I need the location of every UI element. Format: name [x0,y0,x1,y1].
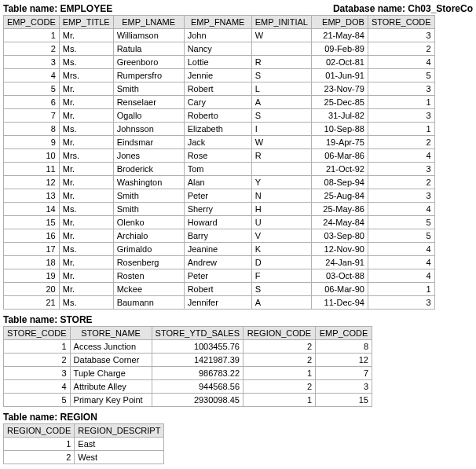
cell: Broderick [113,163,184,176]
cell: 03-Sep-80 [311,229,368,243]
table-row: 3Ms.GreenboroLottieR02-Oct-814 [4,56,435,69]
cell: Ms. [59,56,113,69]
cell: Andrew [184,256,251,269]
cell: 1 [243,367,316,380]
cell: 3 [368,163,434,176]
cell: 7 [4,109,60,123]
table-row: 9Mr.EindsmarJackW19-Apr-752 [4,136,435,149]
cell: 4 [4,380,71,394]
cell: Mckee [113,283,184,296]
cell: 19 [4,269,60,283]
cell: Olenko [113,216,184,229]
cell: 12 [316,354,372,367]
cell: 1 [368,96,434,109]
cell: 3 [368,29,434,42]
cell: Mr. [59,163,113,176]
cell: 17 [4,243,60,256]
cell: S [251,283,311,296]
cell: 5 [4,82,60,96]
cell: Mr. [59,29,113,42]
cell: 2 [4,42,60,56]
col-header: REGION_DESCRIPT [75,424,164,438]
database-label: Database name: Ch03_StoreCo [333,3,473,14]
cell: 9 [4,136,60,149]
cell: Lottie [184,56,251,69]
cell: Smith [113,82,184,96]
cell: 31-Jul-82 [311,109,368,123]
cell: 3 [368,109,434,123]
cell: F [251,269,311,283]
cell: East [75,438,164,451]
cell: Mr. [59,136,113,149]
col-header: REGION_CODE [4,424,75,438]
cell: 8 [316,340,372,354]
cell: 21-May-84 [311,29,368,42]
cell [251,42,311,56]
table-row: 6Mr.RenselaerCaryA25-Dec-851 [4,96,435,109]
table-row: 15Mr.OlenkoHowardU24-May-845 [4,216,435,229]
table-row: 10Mrs.JonesRoseR06-Mar-864 [4,149,435,163]
cell: 25-May-86 [311,203,368,216]
cell: 08-Sep-94 [311,176,368,189]
cell: 1 [368,123,434,136]
cell: Rose [184,149,251,163]
cell: 5 [368,69,434,82]
table-row: 5Primary Key Point2930098.45115 [4,394,372,407]
cell [251,163,311,176]
cell: Jennie [184,69,251,82]
cell: Mr. [59,109,113,123]
table-row: 11Mr.BroderickTom21-Oct-923 [4,163,435,176]
cell: 6 [4,96,60,109]
cell: Tuple Charge [70,367,152,380]
cell: 18 [4,256,60,269]
cell: Robert [184,82,251,96]
cell: Peter [184,269,251,283]
cell: 15 [316,394,372,407]
cell: 5 [4,394,71,407]
cell: 10 [4,149,60,163]
cell: 1 [4,438,75,451]
cell: 944568.56 [152,380,243,394]
cell: 1 [368,283,434,296]
cell: Alan [184,176,251,189]
cell: 12 [4,176,60,189]
table-row: 2West [4,451,164,464]
cell: 03-Oct-88 [311,269,368,283]
cell: 2 [4,354,71,367]
cell: Attribute Alley [70,380,152,394]
cell: John [184,29,251,42]
cell: Jack [184,136,251,149]
cell: 12-Nov-90 [311,243,368,256]
cell: 5 [368,216,434,229]
col-header: EMP_DOB [311,16,368,29]
cell: 4 [4,69,60,82]
region-caption: Table name: REGION [3,412,473,423]
cell: 2 [243,354,316,367]
cell: S [251,69,311,82]
cell: 06-Mar-90 [311,283,368,296]
table-row: 1Mr.WilliamsonJohnW21-May-843 [4,29,435,42]
cell: Database Corner [70,354,152,367]
cell: 09-Feb-89 [311,42,368,56]
cell: Smith [113,189,184,203]
cell: 2 [368,136,434,149]
cell: I [251,123,311,136]
table-row: 18Mr.RosenbergAndrewD24-Jan-914 [4,256,435,269]
employee-table: EMP_CODEEMP_TITLEEMP_LNAMEEMP_FNAMEEMP_I… [3,15,435,310]
cell: 25-Dec-85 [311,96,368,109]
cell: Mr. [59,96,113,109]
cell: 02-Oct-81 [311,56,368,69]
cell: Robert [184,283,251,296]
store-header-row: STORE_CODESTORE_NAMESTORE_YTD_SALESREGIO… [4,327,372,340]
cell: Mr. [59,176,113,189]
table-row: 5Mr.SmithRobertL23-Nov-793 [4,82,435,96]
cell: 2 [243,380,316,394]
table-row: 2Database Corner1421987.39212 [4,354,372,367]
cell: Renselaer [113,96,184,109]
cell: West [75,451,164,464]
cell: Rosten [113,269,184,283]
table-row: 14Ms.SmithSherryH25-May-864 [4,203,435,216]
cell: Elizabeth [184,123,251,136]
cell: 3 [368,82,434,96]
cell: 24-Jan-91 [311,256,368,269]
